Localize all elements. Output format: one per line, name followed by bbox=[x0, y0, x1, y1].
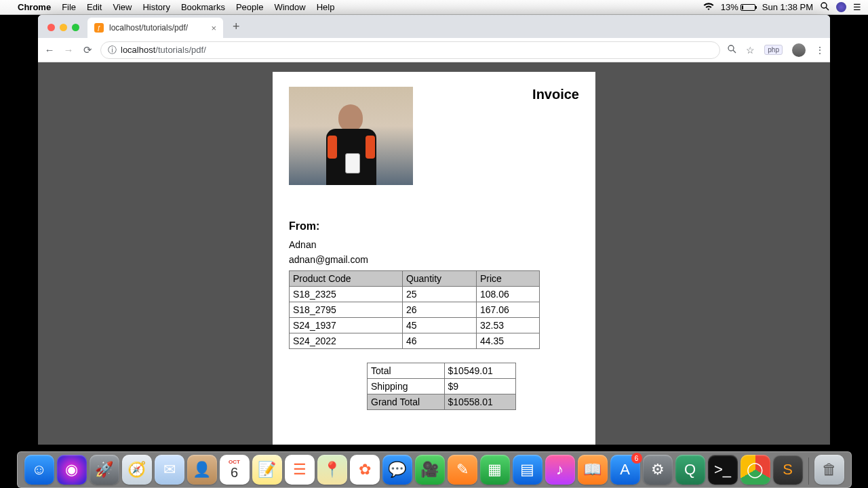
window-minimize-button[interactable] bbox=[60, 24, 67, 31]
dock-app-sublime[interactable]: S bbox=[773, 455, 803, 485]
url-path: /tutorials/pdf/ bbox=[155, 45, 205, 55]
dock-app-keynote[interactable]: ▤ bbox=[513, 455, 542, 485]
dock-area: ☺◉🚀🧭✉👤OCT6📝☰📍✿💬🎥✎▦▤♪📖A6⚙Q>_◯S🗑 bbox=[0, 445, 868, 488]
reload-button[interactable]: ⟳ bbox=[81, 44, 94, 56]
clock[interactable]: Sun 1:38 PM bbox=[762, 2, 813, 12]
table-row: S18_232525108.06 bbox=[290, 287, 540, 302]
menu-people[interactable]: People bbox=[236, 2, 263, 12]
menu-history[interactable]: History bbox=[142, 2, 170, 12]
grand-total-value: $10558.01 bbox=[444, 394, 515, 410]
menu-file[interactable]: File bbox=[62, 2, 76, 12]
menu-help[interactable]: Help bbox=[317, 2, 335, 12]
from-name: Adnan bbox=[289, 239, 579, 250]
dock-app-calendar[interactable]: OCT6 bbox=[220, 455, 250, 485]
bookmark-star-icon[interactable]: ☆ bbox=[746, 45, 755, 56]
total-value: $10549.01 bbox=[444, 363, 515, 379]
dock-app-preferences[interactable]: ⚙ bbox=[643, 455, 673, 485]
window-controls bbox=[45, 24, 83, 38]
from-email: adnan@gmail.com bbox=[289, 254, 579, 265]
menu-window[interactable]: Window bbox=[274, 2, 305, 12]
tab-close-icon[interactable]: × bbox=[211, 23, 216, 33]
invoice-title: Invoice bbox=[532, 87, 579, 102]
tab-title: localhost/tutorials/pdf/ bbox=[109, 23, 188, 33]
dock-app-reminders[interactable]: ☰ bbox=[285, 455, 315, 485]
menu-bookmarks[interactable]: Bookmarks bbox=[181, 2, 225, 12]
browser-toolbar: ← → ⟳ ⓘ localhost/tutorials/pdf/ ☆ php ⋮ bbox=[38, 38, 830, 62]
svg-line-1 bbox=[826, 7, 829, 10]
battery-indicator[interactable]: 13% bbox=[721, 2, 755, 12]
page-viewport[interactable]: Invoice From: Adnan adnan@gmail.com Prod… bbox=[38, 62, 830, 445]
zoom-icon[interactable] bbox=[727, 44, 736, 56]
menu-edit[interactable]: Edit bbox=[87, 2, 102, 12]
shipping-value: $9 bbox=[444, 379, 515, 394]
macos-menubar: Chrome File Edit View History Bookmarks … bbox=[0, 0, 868, 15]
notification-center-icon[interactable]: ☰ bbox=[853, 2, 861, 12]
shipping-label: Shipping bbox=[368, 379, 445, 394]
grand-total-label: Grand Total bbox=[368, 394, 445, 410]
dock-separator bbox=[808, 458, 809, 485]
url-host: localhost bbox=[121, 45, 155, 55]
badge: 6 bbox=[631, 453, 642, 464]
total-label: Total bbox=[368, 363, 445, 379]
table-row: S18_279526167.06 bbox=[290, 302, 540, 318]
table-row: S24_20224644.35 bbox=[290, 333, 540, 349]
dock-app-contacts[interactable]: 👤 bbox=[187, 455, 217, 485]
address-bar[interactable]: ⓘ localhost/tutorials/pdf/ bbox=[100, 41, 720, 59]
svg-point-2 bbox=[728, 45, 734, 51]
invoice-document: Invoice From: Adnan adnan@gmail.com Prod… bbox=[273, 72, 595, 445]
dock-app-safari[interactable]: 🧭 bbox=[122, 455, 152, 485]
dock-app-notes[interactable]: 📝 bbox=[252, 455, 282, 485]
dock-app-ibooks[interactable]: 📖 bbox=[578, 455, 608, 485]
control-center-icon[interactable] bbox=[836, 2, 846, 12]
wifi-icon[interactable] bbox=[703, 3, 714, 13]
menu-view[interactable]: View bbox=[113, 2, 132, 12]
svg-line-3 bbox=[733, 50, 736, 53]
dock-app-chrome[interactable]: ◯ bbox=[741, 455, 770, 485]
dock-app-photos[interactable]: ✿ bbox=[350, 455, 380, 485]
col-product-code: Product Code bbox=[290, 271, 403, 287]
dock-app-facetime[interactable]: 🎥 bbox=[415, 455, 445, 485]
profile-avatar[interactable] bbox=[792, 43, 806, 57]
back-button[interactable]: ← bbox=[43, 44, 56, 56]
dock: ☺◉🚀🧭✉👤OCT6📝☰📍✿💬🎥✎▦▤♪📖A6⚙Q>_◯S🗑 bbox=[17, 451, 852, 488]
col-quantity: Quantity bbox=[402, 271, 476, 287]
dock-app-terminal[interactable]: >_ bbox=[708, 455, 738, 485]
app-name[interactable]: Chrome bbox=[18, 2, 51, 12]
dock-app-pages[interactable]: ✎ bbox=[448, 455, 477, 485]
profile-photo bbox=[289, 87, 413, 185]
forward-button[interactable]: → bbox=[62, 44, 75, 56]
dock-app-messages[interactable]: 💬 bbox=[382, 455, 412, 485]
dock-app-qgis[interactable]: Q bbox=[675, 455, 705, 485]
window-maximize-button[interactable] bbox=[72, 24, 79, 31]
battery-percent: 13% bbox=[721, 2, 738, 12]
xampp-favicon: ƒ bbox=[94, 23, 104, 33]
table-header-row: Product Code Quantity Price bbox=[290, 271, 540, 287]
dock-app-maps[interactable]: 📍 bbox=[317, 455, 347, 485]
from-heading: From: bbox=[289, 220, 579, 232]
dock-app-finder[interactable]: ☺ bbox=[24, 455, 54, 485]
svg-point-0 bbox=[821, 3, 827, 8]
dock-app-mail[interactable]: ✉ bbox=[155, 455, 184, 485]
site-info-icon[interactable]: ⓘ bbox=[108, 44, 117, 56]
browser-tab[interactable]: ƒ localhost/tutorials/pdf/ × bbox=[87, 18, 223, 38]
spotlight-icon[interactable] bbox=[820, 1, 829, 13]
dock-app-appstore[interactable]: A6 bbox=[610, 455, 640, 485]
totals-table: Total$10549.01 Shipping$9 Grand Total$10… bbox=[367, 363, 516, 410]
dock-trash[interactable]: 🗑 bbox=[814, 455, 844, 485]
dock-app-itunes[interactable]: ♪ bbox=[545, 455, 575, 485]
dock-app-numbers[interactable]: ▦ bbox=[480, 455, 510, 485]
new-tab-button[interactable]: + bbox=[227, 20, 245, 38]
dock-app-launchpad[interactable]: 🚀 bbox=[90, 455, 119, 485]
chrome-window: ƒ localhost/tutorials/pdf/ × + ← → ⟳ ⓘ l… bbox=[38, 15, 830, 445]
php-extension-badge[interactable]: php bbox=[764, 45, 783, 55]
window-close-button[interactable] bbox=[47, 24, 55, 31]
col-price: Price bbox=[476, 271, 539, 287]
items-table: Product Code Quantity Price S18_23252510… bbox=[289, 270, 540, 349]
tab-strip: ƒ localhost/tutorials/pdf/ × + bbox=[38, 15, 830, 38]
table-row: S24_19374532.53 bbox=[290, 318, 540, 333]
chrome-menu-icon[interactable]: ⋮ bbox=[815, 45, 825, 56]
dock-app-siri[interactable]: ◉ bbox=[57, 455, 87, 485]
